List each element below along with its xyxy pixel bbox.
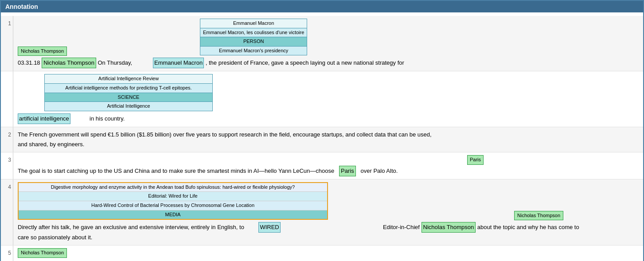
nt-annotation-1[interactable]: Nicholas Thompson (18, 47, 67, 56)
sentence-row-5: 5 Nicholas Thompson Nicholas Thompson: F… (1, 245, 643, 261)
line-number-3: 3 (1, 152, 13, 179)
ai-popup-box: Artificial Intelligence Review Artificia… (44, 74, 213, 111)
content-area: 1 Nicholas Thompson Emmanuel Macron Emma… (1, 12, 643, 261)
em-token[interactable]: Emmanuel Macron (153, 58, 204, 68)
paris-token[interactable]: Paris (339, 166, 356, 176)
wired-type: MEDIA (19, 210, 327, 219)
nt-annotation-2[interactable]: Nicholas Thompson (514, 211, 563, 221)
text-line-5: Nicholas Thompson: First off, thank you … (18, 259, 639, 261)
em-presidency: Emmanuel Macron's presidency (200, 47, 307, 55)
title-bar: Annotation (1, 1, 643, 12)
paris-label[interactable]: Paris (467, 155, 484, 165)
sentence-content-2: The French government will spend €1.5 bi… (13, 127, 643, 152)
sentence-row-4: 4 Digestive morphology and enzyme activi… (1, 179, 643, 246)
ai-review-title: Artificial Intelligence Review (45, 74, 212, 84)
em-popup-box: Emmanuel Macron Emmanuel Macron, les cou… (200, 19, 307, 55)
em-type: PERSON (200, 37, 307, 47)
ai-type: SCIENCE (45, 93, 212, 102)
sentence-content-3: Paris The goal is to start catching up t… (13, 152, 643, 179)
text-1b-after: in his country. (72, 115, 125, 122)
em-canonical: Emmanuel Macron, les coulisses d'une vic… (200, 28, 307, 38)
ai-token[interactable]: artificial intelligence (18, 113, 70, 124)
nt-label-2: Nicholas Thompson (514, 211, 563, 221)
text-line-4: Directly after his talk, he gave an excl… (18, 222, 639, 242)
line-number-5: 5 (1, 245, 13, 261)
text-1-after: , the president of France, gave a speech… (206, 59, 404, 66)
em-annotation[interactable]: Emmanuel Macron Emmanuel Macron, les cou… (200, 19, 307, 56)
sentence-content-1b: Artificial Intelligence Review Artificia… (13, 71, 643, 126)
nt-label-3[interactable]: Nicholas Thompson (18, 248, 67, 258)
sentence-row-1: 1 Nicholas Thompson Emmanuel Macron Emma… (1, 16, 643, 71)
text-line-3: The goal is to start catching up to the … (18, 166, 639, 176)
wired-token[interactable]: WIRED (258, 222, 280, 233)
wired-title: Digestive morphology and enzyme activity… (19, 183, 327, 192)
nt-token-1[interactable]: Nicholas Thompson (42, 58, 96, 68)
text-line-1b: artificial intelligence in his country. (18, 113, 639, 124)
line-number-2: 2 (1, 127, 13, 152)
text-line-2: The French government will spend €1.5 bi… (18, 130, 639, 149)
sentence-content-5: Nicholas Thompson Nicholas Thompson: Fir… (13, 245, 643, 261)
ai-canonical: Artificial intelligence methods for pred… (45, 84, 212, 93)
sentence-content-1: Nicholas Thompson Emmanuel Macron Emmanu… (13, 16, 643, 71)
sentence-row-2: 2 The French government will spend €1.5 … (1, 127, 643, 152)
text-1-before: 03.31.18 Nicholas Thompson On Thursday, (18, 59, 132, 66)
wired-annotation[interactable]: Digestive morphology and enzyme activity… (18, 182, 328, 220)
nt-token-2[interactable]: Nicholas Thompson (422, 222, 476, 233)
ai-annotation[interactable]: Artificial Intelligence Review Artificia… (44, 74, 213, 111)
em-title: Emmanuel Macron (200, 19, 307, 28)
ai-label: Artificial Intelligence (45, 102, 212, 111)
app-window: Annotation 1 Nicholas Thompson Emmanuel … (0, 0, 644, 261)
line-number-1b (1, 71, 13, 126)
wired-label2: Hard-Wired Control of Bacterial Processe… (19, 201, 327, 210)
nt-label-1: Nicholas Thompson (18, 47, 67, 56)
line-number-1: 1 (1, 16, 13, 71)
sentence-content-4: Digestive morphology and enzyme activity… (13, 179, 643, 245)
sentence-row-3: 3 Paris The goal is to start catching up… (1, 152, 643, 179)
wired-canonical: Editorial: Wired for Life (19, 192, 327, 201)
line-number-4: 4 (1, 179, 13, 245)
text-line-1: 03.31.18 Nicholas Thompson On Thursday, … (18, 58, 639, 68)
app-title: Annotation (5, 3, 38, 10)
wired-popup-box: Digestive morphology and enzyme activity… (18, 182, 328, 220)
sentence-row-1b: Artificial Intelligence Review Artificia… (1, 71, 643, 127)
